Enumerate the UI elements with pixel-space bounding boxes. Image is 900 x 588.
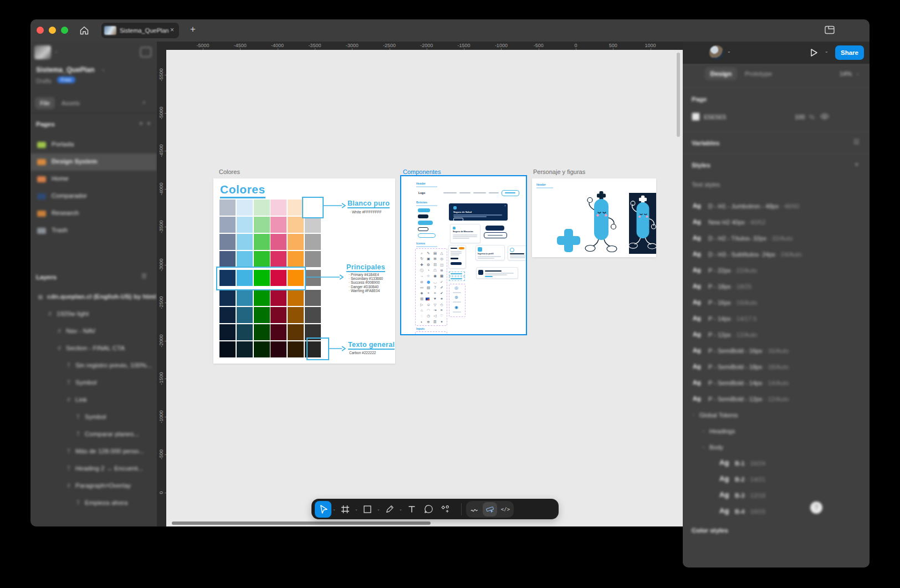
color-swatch[interactable] — [288, 341, 304, 357]
body-style-item[interactable]: AgB-2 · 14/21 — [683, 472, 870, 488]
color-swatch[interactable] — [254, 324, 270, 340]
text-style-item[interactable]: AgP - 12px · 12/Auto — [683, 327, 870, 343]
chevron-down-icon[interactable]: ⌄ — [54, 49, 58, 54]
text-style-item[interactable]: AgP - 14px · 14/17.5 — [683, 311, 870, 327]
tab-assets[interactable]: Assets — [62, 100, 80, 106]
color-swatch[interactable] — [219, 324, 236, 340]
zoom-window-button[interactable] — [61, 27, 68, 34]
color-swatch[interactable] — [270, 324, 287, 340]
layer-item[interactable]: THeading 2 → Encuent... — [30, 461, 157, 478]
minimize-window-button[interactable] — [49, 27, 56, 34]
layer-item[interactable]: ▦cdn.queplan.cl (English-US) by html.t..… — [30, 289, 157, 306]
page-item[interactable]: Portada — [30, 136, 157, 154]
zoom-level[interactable]: 14% — [840, 70, 852, 77]
tab-prototype[interactable]: Prototype — [745, 70, 772, 77]
v-scrollbar[interactable] — [677, 53, 680, 137]
text-style-item[interactable]: AgD - H3 - Subtítulos- 24px · 24/Auto — [683, 247, 870, 263]
white-swatch-outline[interactable] — [302, 197, 324, 218]
add-page-icon[interactable]: + — [139, 120, 143, 127]
chevron-down-icon[interactable]: ⌄ — [331, 507, 337, 512]
tab-design[interactable]: Design — [705, 67, 737, 80]
shape-tool-button[interactable] — [359, 501, 376, 518]
page-item[interactable]: Research — [30, 205, 157, 222]
body-style-item[interactable]: AgB-3 · 12/18 — [683, 488, 870, 504]
page-item[interactable]: Comparador — [30, 188, 157, 205]
color-swatch[interactable] — [288, 217, 304, 233]
page-item[interactable]: Design System — [30, 154, 157, 171]
layer-item[interactable]: TSymbol — [30, 375, 157, 392]
color-swatch[interactable] — [219, 217, 236, 233]
avatar[interactable] — [709, 45, 724, 60]
color-swatch[interactable] — [305, 307, 321, 323]
chevron-down-icon[interactable]: ⌄ — [354, 507, 359, 512]
new-tab-button[interactable]: + — [190, 24, 196, 35]
color-swatch[interactable] — [219, 307, 236, 323]
color-swatch[interactable] — [219, 290, 236, 306]
color-swatch[interactable] — [254, 290, 270, 306]
text-style-item[interactable]: AgP - SemiBold - 16px · 16/Auto — [683, 343, 870, 359]
layer-item[interactable]: #Section - FINAL CTA — [30, 340, 157, 357]
home-button[interactable] — [78, 24, 90, 37]
color-swatch[interactable] — [288, 324, 304, 340]
color-swatch[interactable] — [219, 234, 236, 250]
frame-tool-button[interactable] — [337, 501, 354, 518]
tab-overview-button[interactable] — [824, 25, 835, 37]
comment-tool-button[interactable] — [420, 501, 437, 518]
color-swatch[interactable] — [254, 251, 270, 267]
tab-file[interactable]: File — [35, 97, 55, 109]
layer-item[interactable]: #1920w light — [30, 306, 157, 323]
color-swatch[interactable] — [254, 200, 270, 216]
color-swatch[interactable] — [288, 307, 304, 323]
token-group[interactable]: ⌄Global Tokens — [683, 407, 870, 423]
draw-tool-button[interactable] — [467, 502, 482, 517]
color-swatch[interactable] — [270, 251, 287, 267]
text-style-item[interactable]: AgP - SemiBold - 14px · 14/Auto — [683, 375, 870, 391]
chevron-down-icon[interactable]: ⌄ — [376, 507, 381, 512]
canvas[interactable]: -5000-4500-4000-3500-3000-2500-2000-1500… — [157, 42, 683, 526]
file-name[interactable]: Sistema_QuePlan — [36, 66, 95, 74]
color-swatch[interactable] — [270, 290, 287, 306]
color-swatch[interactable] — [237, 234, 253, 250]
variables-options-icon[interactable]: ☷ — [853, 138, 860, 146]
collapse-sidebar-icon[interactable] — [140, 47, 151, 57]
layer-item[interactable]: TEmpieza ahora — [30, 495, 157, 512]
actions-tool-button[interactable] — [437, 501, 453, 518]
text-style-item[interactable]: AgP - 22px · 22/Auto — [683, 263, 870, 279]
page-item[interactable]: Trash — [30, 222, 157, 239]
add-style-icon[interactable]: + — [855, 160, 859, 168]
color-swatch[interactable] — [237, 324, 253, 340]
color-swatch[interactable] — [254, 307, 270, 323]
page-opacity-value[interactable]: 100 — [795, 114, 805, 120]
layer-item[interactable]: TSin registro previo, 100%... — [30, 357, 157, 375]
color-swatch[interactable] — [270, 307, 287, 323]
layer-item[interactable]: #Link — [30, 392, 157, 409]
color-swatch[interactable] — [254, 217, 270, 233]
text-style-item[interactable]: AgP - SemiBold - 12px · 12/Auto — [683, 391, 870, 407]
layer-item[interactable]: TSymbol — [30, 409, 157, 426]
color-swatch[interactable] — [305, 251, 321, 267]
share-button[interactable]: Share — [835, 45, 864, 60]
help-button[interactable]: ? — [810, 502, 822, 514]
color-swatch[interactable] — [254, 341, 270, 357]
code-tool-button[interactable]: </> — [498, 502, 513, 517]
chevron-down-icon[interactable]: ⌄ — [727, 49, 731, 54]
chevron-down-icon[interactable]: ⌄ — [856, 71, 860, 76]
pen-tool-button[interactable] — [381, 501, 398, 518]
layers-options-icon[interactable]: ☰ — [141, 273, 147, 280]
chevron-down-icon[interactable]: ⌄ — [398, 507, 403, 512]
text-tool-button[interactable] — [403, 501, 420, 518]
search-icon[interactable]: ⌕ — [142, 99, 146, 106]
expand-pages-icon[interactable]: + — [147, 120, 151, 127]
chevron-down-icon[interactable]: ⌄ — [702, 428, 705, 433]
close-window-button[interactable] — [37, 27, 44, 34]
frame-colores[interactable]: Colores Blanco puro · White #FFFFFFFF Pr… — [213, 178, 395, 364]
body-style-item[interactable]: AgB-1 · 16/24 — [683, 456, 870, 472]
frame-title-colores[interactable]: Colores — [219, 168, 240, 175]
color-swatch[interactable] — [219, 251, 236, 267]
color-swatch[interactable] — [270, 200, 287, 216]
page-color-value[interactable]: E5E5E5 — [704, 114, 726, 120]
chevron-down-icon[interactable]: ⌄ — [692, 412, 696, 417]
file-tab[interactable]: Sistema_QuePlan × — [101, 23, 179, 38]
text-style-item[interactable]: AgP - 16px · 16/Auto — [683, 295, 870, 311]
color-swatch[interactable] — [288, 251, 304, 267]
